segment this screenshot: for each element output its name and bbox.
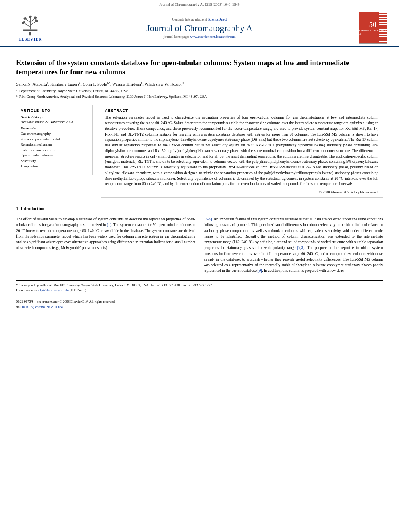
keywords-label: Keywords: <box>21 126 88 130</box>
svg-line-4 <box>30 21 36 25</box>
ref-9: [9] <box>257 269 262 273</box>
ref-7-8: [7,8] <box>297 246 304 250</box>
cover-stripes-decoration <box>379 12 387 43</box>
affiliation-b: ᵇ Flint Group North America, Analytical … <box>16 94 383 100</box>
cover-volume-number: 50 <box>369 21 376 29</box>
journal-title-area: Contents lists available at ScienceDirec… <box>48 17 351 39</box>
elsevier-wordmark: ELSEVIER <box>19 37 42 41</box>
intro-left-text: The effort of several years to develop a… <box>16 216 195 251</box>
article-info-abstract-section: ARTICLE INFO Article history: Available … <box>16 105 383 198</box>
homepage-url[interactable]: www.elsevier.com/locate/chroma <box>190 35 235 39</box>
article-info-box: ARTICLE INFO Article history: Available … <box>16 105 93 175</box>
article-info-column: ARTICLE INFO Article history: Available … <box>16 105 93 198</box>
sciencedirect-link[interactable]: ScienceDirect <box>208 17 227 21</box>
svg-line-6 <box>30 18 35 22</box>
doi-link[interactable]: 10.1016/j.chroma.2008.11.057 <box>21 305 63 309</box>
intro-right-col: [2–6]. An important feature of this syst… <box>204 216 383 274</box>
svg-point-11 <box>29 16 31 18</box>
svg-rect-1 <box>23 30 38 31</box>
elsevier-logo-area: ELSEVIER <box>12 14 48 41</box>
email-link[interactable]: cfp@chem.wayne.edu <box>38 288 69 292</box>
journal-homepage: journal homepage: www.elsevier.com/locat… <box>48 35 351 39</box>
journal-cover-area: 50 CHROMATOGRAPHY A <box>351 12 387 44</box>
elsevier-logo: ELSEVIER <box>12 14 48 41</box>
keyword-retention-mechanism: Retention mechanism <box>21 142 88 148</box>
introduction-title: 1. Introduction <box>16 206 383 211</box>
keyword-selectivity: Selectivity <box>21 158 88 164</box>
keyword-gas-chromatography: Gas chromatography <box>21 131 88 137</box>
affiliations: ᵃ Department of Chemistry, Wayne State U… <box>16 88 383 99</box>
bottom-info: 0021-9673/$ – see front matter © 2008 El… <box>16 299 383 310</box>
journal-citation: Journal of Chromatography A, 1216 (2009)… <box>0 0 399 8</box>
article-history: Article history: Available online 27 Nov… <box>21 115 88 124</box>
journal-header: ELSEVIER Contents lists available at Sci… <box>0 8 399 47</box>
issn-line: 0021-9673/$ – see front matter © 2008 El… <box>16 299 383 305</box>
journal-cover-image: 50 CHROMATOGRAPHY A <box>359 12 387 44</box>
abstract-label: ABSTRACT <box>105 109 378 113</box>
introduction-two-col: The effort of several years to develop a… <box>16 216 383 274</box>
intro-right-text: [2–6]. An important feature of this syst… <box>204 216 383 274</box>
available-online: Available online 27 November 2008 <box>21 120 88 124</box>
authors-line: Sanka N. Atapattua, Kimberly Eggersa, Co… <box>16 81 383 86</box>
footnote-area: * Corresponding author at: Rm 183 Chemis… <box>16 280 383 293</box>
history-label: Article history: <box>21 115 88 119</box>
abstract-column: ABSTRACT The solvation parameter model i… <box>101 105 383 198</box>
article-info-label: ARTICLE INFO <box>21 109 88 113</box>
article-title: Extension of the system constants databa… <box>16 58 383 77</box>
svg-line-5 <box>26 19 30 22</box>
abstract-text: The solvation parameter model is used to… <box>105 115 378 187</box>
svg-rect-0 <box>29 32 31 35</box>
contents-available-line: Contents lists available at ScienceDirec… <box>48 17 351 21</box>
doi-line: doi:10.1016/j.chroma.2008.11.057 <box>16 304 383 310</box>
corresponding-author-footnote: * Corresponding author at: Rm 183 Chemis… <box>16 283 383 288</box>
keyword-solvation-model: Solvation parameter model <box>21 137 88 142</box>
elsevier-tree-icon <box>18 14 42 36</box>
ref-1: [1] <box>107 223 111 227</box>
keyword-column-characterization: Column characterization <box>21 148 88 153</box>
keyword-open-tubular: Open-tubular columns <box>21 153 88 158</box>
intro-left-col: The effort of several years to develop a… <box>16 216 195 274</box>
keyword-temperature: Temperature <box>21 164 88 169</box>
abstract-box: ABSTRACT The solvation parameter model i… <box>101 105 383 198</box>
ref-2-6: [2–6] <box>204 217 212 221</box>
cover-journal-label: CHROMATOGRAPHY A <box>359 29 387 35</box>
journal-title: Journal of Chromatography A <box>48 23 351 33</box>
copyright-line: © 2008 Elsevier B.V. All rights reserved… <box>105 190 378 194</box>
main-content: Extension of the system constants databa… <box>0 47 399 318</box>
affiliation-a: ᵃ Department of Chemistry, Wayne State U… <box>16 88 383 94</box>
keywords-section: Keywords: Gas chromatography Solvation p… <box>21 126 88 169</box>
introduction-section: 1. Introduction The effort of several ye… <box>16 206 383 274</box>
svg-line-3 <box>25 23 30 27</box>
email-footnote: E-mail address: cfp@chem.wayne.edu (C.F.… <box>16 288 383 293</box>
